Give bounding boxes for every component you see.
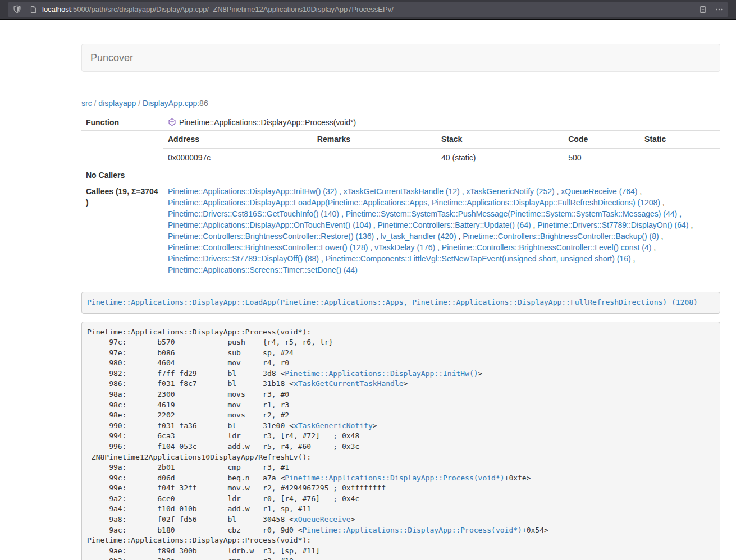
breadcrumb-link-src[interactable]: src: [81, 99, 92, 108]
page-content: Puncover src / displayapp / DisplayApp.c…: [81, 44, 720, 560]
breadcrumb: src / displayapp / DisplayApp.cpp:86: [81, 98, 720, 109]
function-row: Function Pinetime::Applications::Display…: [81, 114, 720, 131]
callee-link[interactable]: lv_task_handler (420): [381, 232, 456, 241]
callee-link[interactable]: Pinetime::Drivers::Cst816S::GetTouchInfo…: [168, 209, 339, 218]
page-icon: [29, 5, 38, 14]
callee-link[interactable]: Pinetime::Controllers::Battery::Update()…: [378, 221, 531, 229]
stats-header-remarks: Remarks: [313, 131, 437, 148]
callee-separator: ,: [460, 187, 467, 196]
code-symbol-link[interactable]: xTaskGetCurrentTaskHandle: [294, 379, 404, 388]
url-text[interactable]: localhost:5000/path/src/displayapp/Displ…: [41, 5, 695, 13]
urlbar-divider: [25, 5, 25, 14]
code-symbol-link[interactable]: Pinetime::Applications::DisplayApp::Proc…: [303, 526, 522, 534]
function-table: Function Pinetime::Applications::Display…: [81, 114, 720, 278]
callee-link[interactable]: Pinetime::System::SystemTask::PushMessag…: [346, 209, 678, 218]
callee-link[interactable]: Pinetime::Controllers::BrightnessControl…: [442, 243, 651, 252]
function-label: Function: [81, 114, 163, 131]
callee-link[interactable]: Pinetime::Drivers::St7789::DisplayOff() …: [168, 254, 319, 263]
code-symbol-link[interactable]: xQueueReceive: [294, 515, 351, 524]
reader-mode-icon[interactable]: [698, 5, 707, 14]
callee-link[interactable]: Pinetime::Applications::DisplayApp::OnTo…: [168, 221, 371, 229]
stats-table-cell: Address Remarks Stack Code Static 0x0000…: [163, 131, 720, 167]
selected-callee-box: Pinetime::Applications::DisplayApp::Load…: [81, 292, 720, 314]
url-path: :5000/path/src/displayapp/DisplayApp.cpp…: [71, 5, 394, 13]
callee-separator: ,: [319, 254, 326, 263]
urlbar-divider: [711, 5, 711, 14]
callee-link[interactable]: Pinetime::Applications::DisplayApp::Load…: [168, 198, 660, 207]
function-name-cell: Pinetime::Applications::DisplayApp::Proc…: [163, 114, 720, 131]
breadcrumb-separator: /: [92, 99, 99, 108]
callee-link[interactable]: Pinetime::Controllers::BrightnessControl…: [168, 243, 368, 252]
disassembly-code: Pinetime::Applications::DisplayApp::Proc…: [81, 322, 720, 560]
callee-link[interactable]: vTaskDelay (176): [374, 243, 435, 252]
callee-separator: ,: [660, 198, 665, 207]
load-app-link[interactable]: Pinetime::Applications::DisplayApp::Load…: [87, 298, 698, 306]
stats-header-static: Static: [640, 131, 720, 148]
callee-link[interactable]: Pinetime::Controllers::BrightnessControl…: [168, 232, 374, 241]
function-cube-icon: [168, 118, 176, 126]
url-host: localhost: [42, 5, 71, 13]
callee-separator: ,: [371, 221, 378, 229]
url-bar[interactable]: localhost:5000/path/src/displayapp/Displ…: [8, 2, 728, 17]
callee-link[interactable]: Pinetime::Drivers::St7789::DisplayOn() (…: [537, 221, 688, 229]
callee-separator: ,: [435, 243, 442, 252]
stats-static-value: [640, 148, 720, 167]
function-name: Pinetime::Applications::DisplayApp::Proc…: [179, 118, 356, 127]
breadcrumb-link-file[interactable]: DisplayApp.cpp: [143, 99, 197, 108]
callee-separator: ,: [677, 209, 682, 218]
stats-code-value: 500: [564, 148, 640, 167]
browser-toolbar: localhost:5000/path/src/displayapp/Displ…: [0, 0, 736, 19]
stats-header-row: Address Remarks Stack Code Static: [163, 131, 720, 148]
callee-link[interactable]: xTaskGenericNotify (252): [466, 187, 554, 196]
callee-separator: ,: [637, 187, 642, 196]
stats-stack-value: 40 (static): [437, 148, 564, 167]
callee-link[interactable]: Pinetime::Controllers::BrightnessControl…: [463, 232, 659, 241]
breadcrumb-link-displayapp[interactable]: displayapp: [98, 99, 136, 108]
shield-icon[interactable]: [12, 5, 21, 14]
brand-link[interactable]: Puncover: [82, 44, 141, 71]
callees-label: Callees (19, Σ=3704 ): [81, 183, 163, 278]
callee-link[interactable]: xTaskGetCurrentTaskHandle (12): [344, 187, 460, 196]
no-callers-row: No Callers: [81, 167, 720, 183]
no-callers-label: No Callers: [81, 167, 163, 183]
callee-separator: ,: [456, 232, 463, 241]
stats-table: Address Remarks Stack Code Static 0x0000…: [163, 131, 720, 167]
stats-address-value: 0x0000097c: [163, 148, 313, 167]
code-symbol-link[interactable]: Pinetime::Applications::DisplayApp::Proc…: [285, 474, 504, 482]
callee-link[interactable]: Pinetime::Applications::Screens::Timer::…: [168, 265, 358, 274]
callee-link[interactable]: xQueueReceive (764): [561, 187, 637, 196]
stats-row: Address Remarks Stack Code Static 0x0000…: [81, 131, 720, 167]
breadcrumb-separator: /: [136, 99, 143, 108]
callee-separator: ,: [659, 232, 664, 241]
callee-separator: ,: [651, 243, 656, 252]
code-symbol-link[interactable]: xTaskGenericNotify: [294, 421, 373, 430]
stats-header-code: Code: [564, 131, 640, 148]
callees-row: Callees (19, Σ=3704 ) Pinetime::Applicat…: [81, 183, 720, 278]
stats-row-spacer: [81, 131, 163, 167]
callee-separator: ,: [337, 187, 344, 196]
stats-remarks-value: [313, 148, 437, 167]
stats-value-row: 0x0000097c 40 (static) 500: [163, 148, 720, 167]
toolbar-bottom-border: [0, 19, 736, 20]
no-callers-empty-cell: [163, 167, 720, 183]
callee-separator: ,: [374, 232, 381, 241]
stats-header-address: Address: [163, 131, 313, 148]
callee-separator: ,: [531, 221, 538, 229]
callees-list: Pinetime::Applications::DisplayApp::Init…: [163, 183, 720, 278]
callee-separator: ,: [555, 187, 561, 196]
callee-link[interactable]: Pinetime::Components::LittleVgl::SetNewT…: [326, 254, 631, 263]
callee-separator: ,: [689, 221, 693, 229]
callee-link[interactable]: Pinetime::Applications::DisplayApp::Init…: [168, 187, 337, 196]
code-symbol-link[interactable]: Pinetime::Applications::DisplayApp::Init…: [285, 369, 478, 378]
callee-separator: ,: [368, 243, 374, 252]
callee-separator: ,: [339, 209, 346, 218]
navbar: Puncover: [81, 44, 720, 72]
stats-header-stack: Stack: [437, 131, 564, 148]
callee-separator: ,: [631, 254, 636, 263]
breadcrumb-line-number: :86: [197, 99, 208, 108]
more-actions-icon[interactable]: [715, 5, 724, 14]
